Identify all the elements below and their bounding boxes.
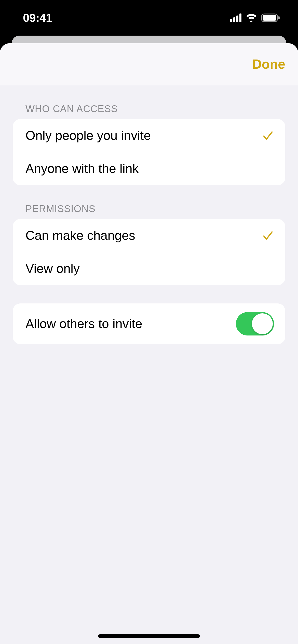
permission-option-edit[interactable]: Can make changes <box>13 219 285 252</box>
option-label: Only people you invite <box>25 128 151 143</box>
share-options-modal: Done WHO CAN ACCESS Only people you invi… <box>0 43 298 644</box>
invite-group: Allow others to invite <box>13 303 285 344</box>
option-label: Anyone with the link <box>25 161 139 176</box>
done-button[interactable]: Done <box>252 56 285 72</box>
modal-header: Done <box>0 43 298 85</box>
svg-rect-2 <box>278 16 280 19</box>
status-bar: 09:41 <box>0 0 298 36</box>
allow-others-invite-row: Allow others to invite <box>13 303 285 344</box>
checkmark-icon <box>262 129 274 142</box>
allow-invite-toggle[interactable] <box>236 312 274 335</box>
battery-icon <box>261 13 280 22</box>
status-icons <box>230 13 280 22</box>
access-option-invite-only[interactable]: Only people you invite <box>13 119 285 152</box>
modal-content: WHO CAN ACCESS Only people you invite An… <box>0 85 298 644</box>
access-option-anyone-link[interactable]: Anyone with the link <box>13 152 285 185</box>
option-label: View only <box>25 261 80 276</box>
svg-rect-1 <box>263 15 276 21</box>
access-group: Only people you invite Anyone with the l… <box>13 119 285 185</box>
home-indicator[interactable] <box>98 634 200 638</box>
option-label: Can make changes <box>25 228 135 243</box>
permission-option-view-only[interactable]: View only <box>13 252 285 285</box>
permissions-group: Can make changes View only <box>13 219 285 285</box>
toggle-label: Allow others to invite <box>25 316 142 331</box>
toggle-knob <box>252 313 273 334</box>
checkmark-icon <box>262 229 274 242</box>
access-section-header: WHO CAN ACCESS <box>13 85 285 119</box>
wifi-icon <box>246 13 257 22</box>
permissions-section-header: PERMISSIONS <box>13 185 285 219</box>
status-time: 09:41 <box>23 11 52 25</box>
cellular-signal-icon <box>230 13 241 22</box>
